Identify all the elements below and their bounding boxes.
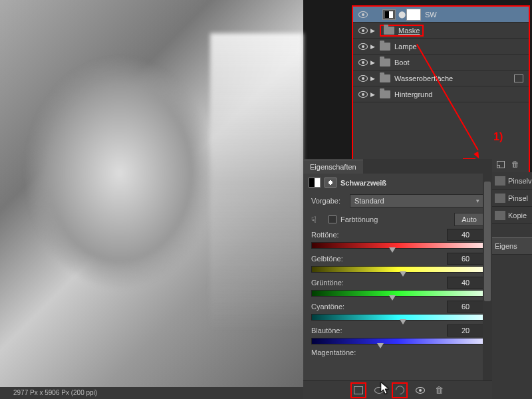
visibility-toggle[interactable] (356, 27, 370, 34)
slider-thumb[interactable] (389, 247, 396, 253)
clone-icon (495, 211, 505, 220)
visibility-toggle[interactable] (356, 43, 370, 50)
properties-tab-bar: Eigenschaften (303, 159, 492, 174)
eye-icon (358, 75, 368, 82)
layer-row-sw[interactable]: ⬤SW (353, 7, 529, 23)
slider-thumb[interactable] (400, 271, 406, 277)
folder-icon (384, 27, 394, 35)
trash-icon[interactable]: 🗑 (510, 159, 521, 170)
layer-name-label: Boot (394, 59, 410, 66)
expand-toggle[interactable]: ▶ (370, 27, 380, 34)
eye-icon (358, 59, 368, 66)
layer-name-label: Wasseroberfläche (394, 74, 453, 82)
layers-panel: ⬤SW▶Maske▶Lampe▶Boot▶Wasseroberfläche▶Hi… (352, 5, 530, 175)
slider-value-input[interactable]: 40 (447, 277, 484, 289)
expand-toggle[interactable]: ▶ (370, 43, 380, 50)
link-icon: ⬤ (398, 11, 405, 18)
canvas-status-bar: 2977 Px x 5906 Px (200 ppi) (0, 387, 303, 399)
layer-row-boot[interactable]: ▶Boot (353, 55, 529, 70)
slider-value-input[interactable]: 40 (447, 229, 484, 241)
slider-thumb[interactable] (377, 343, 384, 348)
properties-footer: 🗑 (303, 380, 492, 399)
adjustment-thumbnail[interactable] (382, 9, 396, 20)
properties-scrollbar[interactable] (483, 174, 492, 380)
clip-icon (354, 386, 363, 394)
preset-label: Vorgabe: (311, 197, 350, 205)
slider-label: Blautöne: (311, 327, 447, 334)
eye-icon (358, 91, 368, 98)
cursor-pointer-icon (380, 381, 392, 396)
copy-indicator-icon (514, 74, 523, 82)
preset-dropdown[interactable]: Standard (350, 194, 484, 207)
reset-button[interactable] (392, 382, 408, 398)
slider-track[interactable] (311, 314, 484, 321)
slider-track[interactable] (311, 266, 484, 273)
slider-thumb[interactable] (389, 295, 396, 301)
visibility-toggle[interactable] (356, 91, 370, 98)
brush-icon (495, 194, 505, 203)
slider-track[interactable] (311, 290, 484, 297)
layer-name-label: Hintergrund (394, 90, 432, 98)
expand-toggle[interactable]: ▶ (370, 59, 380, 66)
targeted-adjust-icon[interactable]: ☟ (311, 215, 323, 225)
magenta-slider-label: Magentatöne: (311, 348, 484, 356)
properties-header: Schwarzweiß (303, 174, 492, 192)
slider-label: Cyantöne: (311, 303, 447, 311)
slider-label: Gelbtöne: (311, 255, 447, 263)
expand-toggle[interactable]: ▶ (370, 75, 380, 82)
slider-blue: Blautöne:20 (311, 325, 484, 344)
adjustment-title: Schwarzweiß (340, 179, 386, 187)
slider-cyan: Cyantöne:60 (311, 301, 484, 321)
slider-label: Rottöne: (311, 231, 447, 239)
visibility-toggle[interactable] (356, 11, 370, 18)
slider-label: Grüntöne: (311, 279, 447, 287)
clone-source-panel-button[interactable]: Kopie (492, 207, 532, 224)
tint-checkbox[interactable] (329, 215, 336, 223)
delete-adjustment-icon[interactable]: 🗑 (433, 384, 445, 396)
slider-value-input[interactable]: 60 (447, 301, 484, 313)
annotation-1: 1) (493, 131, 503, 143)
properties-panel-tab[interactable]: Eigens (492, 237, 532, 255)
folder-icon (380, 59, 390, 66)
scrollbar-thumb[interactable] (484, 182, 491, 301)
brush-presets-panel-button[interactable]: Pinselv (492, 172, 532, 190)
slider-green: Grüntöne:40 (311, 277, 484, 297)
clip-to-layer-button[interactable] (350, 382, 366, 398)
layer-name-label: Lampe (394, 43, 417, 51)
eye-icon (358, 43, 368, 50)
properties-panel: Eigenschaften Schwarzweiß Vorgabe: Stand… (303, 159, 492, 399)
toggle-visibility-icon[interactable] (414, 384, 426, 396)
document-canvas[interactable]: torials.de (0, 0, 303, 399)
new-layer-icon[interactable] (497, 161, 505, 168)
bw-adjustment-icon[interactable] (309, 178, 321, 188)
tint-label: Farbtönung (340, 215, 378, 223)
folder-icon (380, 90, 390, 98)
slider-track[interactable] (311, 338, 484, 344)
layer-mask-thumbnail[interactable] (406, 9, 421, 21)
right-collapsed-panels: Pinselv Pinsel Kopie Eigens (492, 172, 532, 399)
auto-button[interactable]: Auto (454, 213, 484, 226)
reset-icon (394, 384, 406, 396)
layer-row-hintergrund[interactable]: ▶Hintergrund (353, 86, 529, 102)
eye-icon (358, 27, 368, 34)
layer-row-maske[interactable]: ▶Maske (353, 23, 529, 39)
properties-tab[interactable]: Eigenschaften (303, 160, 363, 174)
brush-panel-button[interactable]: Pinsel (492, 190, 532, 207)
eye-icon (358, 11, 368, 18)
slider-thumb[interactable] (400, 319, 406, 325)
visibility-toggle[interactable] (356, 75, 370, 82)
folder-icon (380, 74, 390, 82)
slider-value-input[interactable]: 20 (447, 325, 484, 336)
expand-toggle[interactable]: ▶ (370, 91, 380, 98)
mask-mode-icon[interactable] (325, 178, 336, 188)
slider-value-input[interactable]: 60 (447, 253, 484, 265)
folder-icon (380, 43, 390, 51)
layer-highlight: Maske (380, 25, 424, 37)
slider-red: Rottöne:40 (311, 229, 484, 249)
slider-track[interactable] (311, 242, 484, 249)
brush-icon (495, 176, 505, 186)
layer-name-label: SW (425, 11, 437, 19)
visibility-toggle[interactable] (356, 59, 370, 66)
layer-name-label: Maske (398, 27, 420, 35)
layer-row-lampe[interactable]: ▶Lampe (353, 39, 529, 55)
